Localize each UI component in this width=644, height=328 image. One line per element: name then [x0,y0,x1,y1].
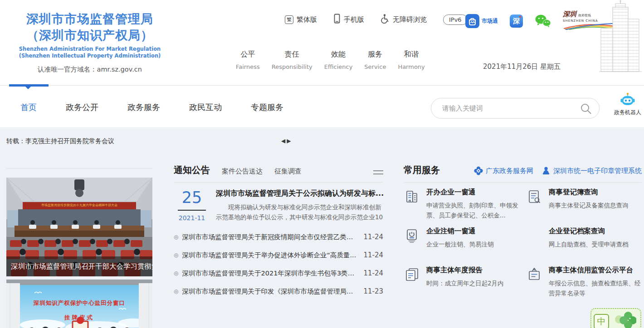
site-search [431,98,600,119]
value-responsibility: 责任 Responsibility [272,50,312,70]
value-service: 服务 Service [364,50,386,70]
market-app-label: 市场通 [482,17,498,25]
ticker-prev-icon[interactable]: ◀ [281,138,287,144]
notices-more-icon[interactable] [373,168,383,176]
carousel-slide-2[interactable]: 深圳知识产权保护中心盐田分窗口 挂牌仪式 [6,280,152,328]
services-title: 常用服务 [404,164,440,176]
no-icon [526,227,549,265]
service-credit-platform[interactable]: 商事主体信用监管公示平台 年报公示信息、抽查检查结果、经营异常名录等 [526,265,642,304]
notices-title: 通知公告 [174,164,210,176]
featured-date: 25 2021-11 [174,189,210,222]
ticker-arrows: ◀▶ [281,138,292,144]
bullet-icon: ◎ [174,252,178,258]
tab-surveys[interactable]: 征集调查 [274,167,302,176]
mobile-version-link[interactable]: 手机版 [333,14,364,25]
i-shenzhen-app-icon[interactable]: 深 [510,14,523,28]
service-open-business[interactable]: 开办企业一窗通 申请营业执照、刻制印章、申领发票、员工参保登记、公积金... [404,188,526,227]
document-search-icon [526,188,549,227]
carousel-slide-1[interactable]: 市场监督局宣传贯彻党的十九届六中全会精神干部大会 深圳市市场监督管理局召开干部大… [6,178,152,276]
site-subtitle-line2: (Shenzhen Intellectual Property Administ… [13,53,167,59]
nav-item-interaction[interactable]: 政民互动 [189,102,222,113]
gov-robot-button[interactable]: 政务机器人 [613,92,642,116]
bullet-icon: ◎ [174,270,178,276]
market-app-link[interactable]: 市场通 [465,14,498,28]
notices-section: 通知公告 案件公告送达 征集调查 25 2021-11 深圳市市场监督管理局关于… [174,164,383,300]
ticker-next-icon[interactable]: ▶ [287,138,292,144]
services-header: 常用服务 广东政务服务网 深圳市统一电子印章管理系统 [404,164,642,183]
mobile-phone-icon [333,14,341,25]
featured-title[interactable]: 深圳市市场监督管理局关于公示拟确认为研发与标... [216,189,383,198]
notice-row[interactable]: ◎ 深圳市市场监督管理局关于新冠疫情期间全市仅经营乙类非... 11-24 [174,228,383,246]
site-title-line1: 深圳市市场监督管理局 [13,11,167,27]
power-icon [404,227,426,265]
site-header: 深圳市市场监督管理局 （深圳市知识产权局） Shenzhen Administr… [0,0,644,85]
notice-row[interactable]: ◎ 深圳市市场监督管理局关于举办促进体外诊断企业“高质量... 11-24 [174,246,383,264]
notice-list: ◎ 深圳市市场监督管理局关于新冠疫情期间全市仅经营乙类非... 11-24 ◎ … [174,228,383,300]
robot-icon [619,92,636,106]
site-logo[interactable]: 深圳市市场监督管理局 （深圳市知识产权局） Shenzhen Administr… [13,11,167,74]
nav-item-gov-disclosure[interactable]: 政务公开 [66,102,98,113]
notice-row[interactable]: ◎ 深圳市市场监督管理局关于印发《深圳市市场监督管理局商... 11-23 [174,282,383,300]
search-icon[interactable] [580,103,592,115]
site-subtitle-line1: Shenzhen Administration For Market Regul… [13,46,167,53]
site-title-line2: （深圳市知识产权局） [13,27,167,43]
wechat-icon[interactable] [535,14,551,28]
value-fairness: 公平 Fairness [236,50,260,70]
services-section: 常用服务 广东政务服务网 深圳市统一电子印章管理系统 [404,164,642,304]
featured-month: 2021-11 [174,214,210,222]
plaque-banner-line2: 挂牌仪式 [20,314,139,322]
clover-leaves-icon [613,311,636,328]
shenzhen-china-cn: 深圳 [563,10,576,19]
nav-item-home[interactable]: 首页 [20,102,37,113]
notice-row[interactable]: ◎ 深圳市市场监督管理局关于2021年深圳市学生书包等3类产... 11-24 [174,264,383,282]
bullet-icon: ◎ [174,288,178,294]
value-efficiency: 效能 Efficiency [324,50,353,70]
news-ticker[interactable]: 转载：李克强主持召开国务院常务会议 [6,137,114,145]
link-guangdong-gov-portal[interactable]: 广东政务服务网 [474,166,533,175]
traditional-chinese-icon: 繁 [285,15,293,24]
official-domain-note: 认准唯一官方域名：amr.sz.gov.cn [13,65,167,74]
pinwheel-icon [474,166,483,175]
main-navbar: 首页 政务公开 政务服务 政民互动 专题服务 政务机器人 [0,85,644,127]
ipv6-badge[interactable]: IPv6 [443,14,468,25]
accessibility-label: 无障碍浏览 [393,15,427,24]
service-deregistration[interactable]: 企业注销一窗通 企业一般注销、简易注销 [404,227,526,265]
mobile-version-label: 手机版 [344,15,364,24]
search-input[interactable] [442,98,578,118]
carousel-caption: 深圳市市场监督管理局召开干部大会学习贯彻党的十... [6,256,152,276]
plaque-banner-line1: 深圳知识产权保护中心盐田分窗口 [20,299,139,307]
news-carousel: 市场监督局宣传贯彻党的十九届六中全会精神干部大会 深圳市市场监督管理局召开干部大… [6,168,152,328]
featured-day: 25 [174,189,210,207]
building-icon [404,188,426,227]
shenzhen-china-sub: 政府在线 [578,13,591,19]
featured-notice[interactable]: 25 2021-11 深圳市市场监督管理局关于公示拟确认为研发与标... 现将拟… [174,189,383,222]
nav-item-special-services[interactable]: 专题服务 [251,102,283,113]
notices-header: 通知公告 案件公告送达 征集调查 [174,164,383,183]
utility-bar: 繁 繁体版 手机版 无障碍浏览 IPv6 [285,14,468,25]
seal-icon [542,166,551,175]
link-electronic-seal-system[interactable]: 深圳市统一电子印章管理系统 [542,166,642,175]
service-archive-search[interactable]: 企业登记档案查询 网上自助查档、受理申请查档 [526,227,642,265]
bullet-icon: ◎ [174,234,178,240]
floating-widget[interactable]: 中 [590,308,641,328]
services-grid: 开办企业一窗通 申请营业执照、刻制印章、申领发票、员工参保登记、公积金... 商… [404,188,642,304]
wheelchair-icon [381,14,390,25]
tab-case-announcements[interactable]: 案件公告送达 [222,167,263,176]
report-icon [404,265,426,304]
active-tab-indicator [9,84,49,87]
accessibility-link[interactable]: 无障碍浏览 [381,14,427,25]
core-values: 公平 Fairness 责任 Responsibility 效能 Efficie… [236,50,425,70]
nav-list: 首页 政务公开 政务服务 政民互动 专题服务 [20,102,283,113]
current-date: 2021年11月26日 星期五 [483,63,561,71]
widget-zhong-glyph: 中 [594,314,609,328]
building-sketch [595,0,643,73]
service-registry-search[interactable]: 商事登记簿查询 商事主体登记及备案信息查询 [526,188,642,227]
featured-summary: 现将拟确认为研发与标准化同步示范企业和深圳标准创新示范基地的单位予以公示，其中研… [216,203,383,222]
featured-date-rule [178,210,206,211]
signboard-icon [526,265,549,304]
service-annual-report[interactable]: 商事主体年度报告 时间：成立周年之日起2月内 [404,265,526,304]
header-app-icons: 市场通 深 深圳 政府在线 SHENZHEN CHINA [465,10,614,32]
nav-item-gov-services[interactable]: 政务服务 [127,102,160,113]
traditional-chinese-label: 繁体版 [297,15,317,24]
traditional-chinese-link[interactable]: 繁 繁体版 [285,15,317,24]
